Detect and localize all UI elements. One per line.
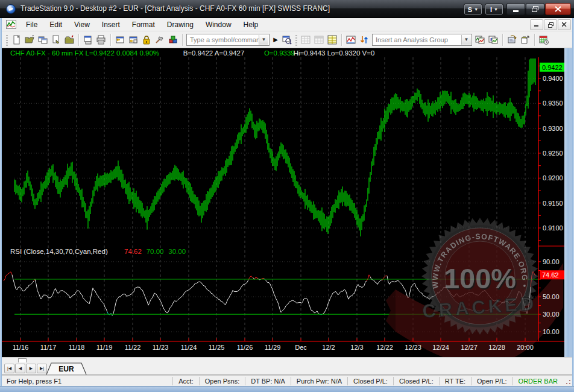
menu-insert[interactable]: Insert (96, 19, 126, 30)
close-button[interactable] (545, 3, 571, 15)
previous-window-icon[interactable] (113, 33, 127, 46)
status-field: Closed P/L: (393, 377, 439, 385)
menu-help[interactable]: Help (238, 19, 265, 30)
symbol-command-combobox[interactable]: Type a symbol/command▼ (186, 34, 270, 46)
menu-format[interactable]: Format (126, 19, 161, 30)
date-tick-label: 20:00 (517, 344, 534, 351)
next-window-icon[interactable] (127, 33, 140, 46)
toolbar-separator (502, 34, 503, 46)
workspace-objects-icon[interactable] (166, 33, 180, 46)
title-bar[interactable]: TradeStation 9.0 - Desktop #2 - EUR - [C… (0, 0, 574, 18)
date-tick-label: 12/28 (488, 344, 505, 351)
svg-text:100%: 100% (444, 262, 516, 294)
quote-grid-icon[interactable] (326, 33, 339, 46)
chart-analysis-icon[interactable] (344, 33, 358, 46)
status-field: Purch Pwr: N/A (291, 377, 347, 385)
status-field: Open Psns: (199, 377, 245, 385)
date-tick-label: 11/24 (181, 344, 197, 351)
rsi-label-text: 74.62 (124, 248, 142, 255)
price-tick-label: 0.9400 (543, 75, 563, 82)
price-tick-label: 0.9300 (543, 125, 563, 132)
minimize-button[interactable] (506, 3, 525, 15)
import-workspace-icon[interactable] (63, 33, 76, 46)
toolbar-grip[interactable] (6, 34, 8, 46)
toolbar-separator (534, 34, 535, 46)
chart-area[interactable]: WWW.TRADING-SOFTWARE.ORG •100%100%CRACKE… (2, 48, 569, 357)
grid-window-icon (299, 33, 312, 46)
send-to-chart-icon[interactable] (505, 33, 519, 46)
rsi-tick-label: 30.00 (543, 311, 560, 318)
print-icon[interactable] (95, 33, 108, 46)
date-tick-label: 11/16 (13, 344, 29, 351)
chart-analysis-window-icon (6, 20, 16, 29)
strategy-menu-button[interactable]: S ▼ (464, 4, 482, 15)
insert-analysis-icon[interactable] (473, 33, 487, 46)
symbol-go-button[interactable]: ▶ (271, 34, 280, 46)
save-page-icon[interactable] (49, 33, 63, 46)
status-field: DT BP: N/A (245, 377, 291, 385)
date-tick-label: 12/24 (432, 344, 449, 351)
date-tick-label: 11/17 (40, 344, 57, 351)
order-bar-toggle[interactable]: ORDER BAR (512, 377, 563, 385)
new-workspace-icon[interactable] (10, 33, 23, 46)
child-close-button[interactable] (558, 19, 571, 30)
toolbar-separator (341, 34, 342, 46)
child-restore-button[interactable] (544, 19, 557, 30)
toolbar-grip[interactable] (295, 34, 297, 46)
indicator-menu-button[interactable]: I ▼ (485, 4, 503, 15)
date-tick-label: 12/27 (461, 344, 478, 351)
date-tick-label: 11/23 (153, 344, 169, 351)
menu-view[interactable]: View (68, 19, 96, 30)
date-tick-label: 11/26 (237, 344, 253, 351)
toolbar-separator (110, 34, 111, 46)
tab-nav-1[interactable]: ◀ (15, 364, 25, 373)
date-tick-label: 11/18 (69, 344, 85, 351)
lock-icon[interactable] (140, 33, 153, 46)
date-tick-label: Dec (295, 344, 307, 351)
insert-study-icon[interactable]: M (487, 33, 500, 46)
child-minimize-button[interactable] (530, 19, 543, 30)
analysis-group-combobox[interactable]: Insert an Analysis Group▼ (372, 34, 472, 46)
tab-nav-0[interactable]: |◀ (4, 364, 14, 373)
restore-button[interactable] (526, 3, 544, 15)
session-calendar-icon[interactable] (537, 33, 550, 46)
app-logo-icon (6, 4, 16, 14)
menu-items: FileEditViewInsertFormatDrawingWindowHel… (20, 18, 264, 31)
menu-edit[interactable]: Edit (43, 19, 68, 30)
menu-drawing[interactable]: Drawing (161, 19, 200, 30)
status-bar: For Help, press F1 Acct:Open Psns:DT BP:… (2, 375, 572, 386)
date-tick-label: 11/25 (209, 344, 225, 351)
open-workspace-icon[interactable] (23, 33, 36, 46)
tradestation-window: TradeStation 9.0 - Desktop #2 - EUR - [C… (0, 0, 574, 392)
format-tools-icon[interactable] (153, 33, 166, 46)
tab-nav-2[interactable]: ▶ (26, 364, 36, 373)
sort-updown-icon[interactable] (358, 33, 371, 46)
status-field: RT TE: (439, 377, 471, 385)
print-preview-icon[interactable] (81, 33, 95, 46)
price-tick-label: 0.9150 (543, 200, 563, 207)
date-tick-label: 11/19 (96, 344, 113, 351)
status-field: Acct: (172, 377, 198, 385)
chart-right-scroll-strip[interactable] (564, 48, 569, 357)
date-tick-label: 11/22 (125, 344, 141, 351)
window-border-left (0, 18, 2, 386)
chart-header-text: B=0.9422 A=0.9427 (183, 49, 245, 57)
pane-splitter-strip (2, 357, 572, 362)
tab-eur[interactable]: EUR (45, 362, 92, 375)
window-border-bottom (0, 386, 574, 392)
symbol-lookup-icon[interactable] (280, 33, 294, 46)
send-to-window-icon[interactable] (519, 33, 532, 46)
chevron-down-icon[interactable]: ▼ (461, 35, 471, 45)
price-tick-label: 0.9250 (543, 150, 563, 157)
date-tick-label: 12/22 (376, 344, 393, 351)
menu-file[interactable]: File (20, 19, 43, 30)
price-tick-label: 0.9200 (543, 174, 563, 182)
status-field: Closed P/L: (347, 377, 393, 385)
svg-text:EUR: EUR (58, 365, 74, 373)
menu-window[interactable]: Window (200, 19, 238, 30)
chart-header-text: O=0.9339 (264, 49, 295, 57)
grid-window2-icon (312, 33, 326, 46)
resize-grip[interactable] (563, 377, 572, 385)
chevron-down-icon[interactable]: ▼ (259, 35, 268, 45)
copy-window-icon[interactable] (36, 33, 49, 46)
